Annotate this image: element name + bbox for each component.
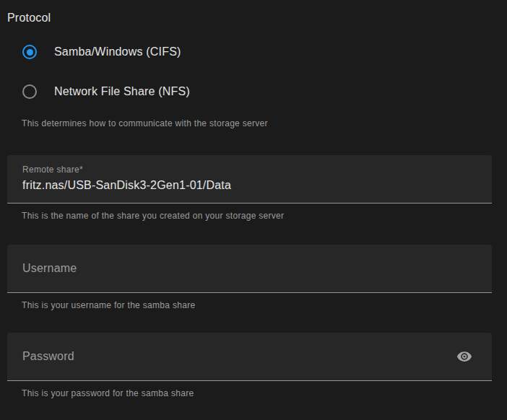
password-field[interactable] [7,333,492,381]
radio-option-label: Network File Share (NFS) [54,84,190,99]
protocol-helper-text: This determines how to communicate with … [22,118,485,128]
remote-share-helper-text: This is the name of the share you create… [22,211,485,221]
password-visibility-toggle-button[interactable] [456,348,473,365]
username-field[interactable] [7,245,492,293]
eye-visibility-icon [456,349,472,364]
radio-option-samba-cifs[interactable]: Samba/Windows (CIFS) [22,45,181,59]
radio-button-icon [22,45,37,59]
remote-share-label: Remote share* [22,164,451,175]
username-input[interactable] [22,260,451,277]
remote-share-input[interactable] [22,177,451,194]
radio-option-nfs[interactable]: Network File Share (NFS) [22,84,190,99]
password-helper-text: This is your password for the samba shar… [22,388,485,398]
username-helper-text: This is your username for the samba shar… [22,300,485,310]
radio-option-label: Samba/Windows (CIFS) [54,45,181,59]
remote-share-field[interactable]: Remote share* [7,155,492,204]
password-input[interactable] [22,348,451,365]
storage-config-form: Protocol Samba/Windows (CIFS) Network Fi… [0,0,507,420]
radio-button-icon [22,84,37,99]
protocol-section-label: Protocol [0,0,507,25]
